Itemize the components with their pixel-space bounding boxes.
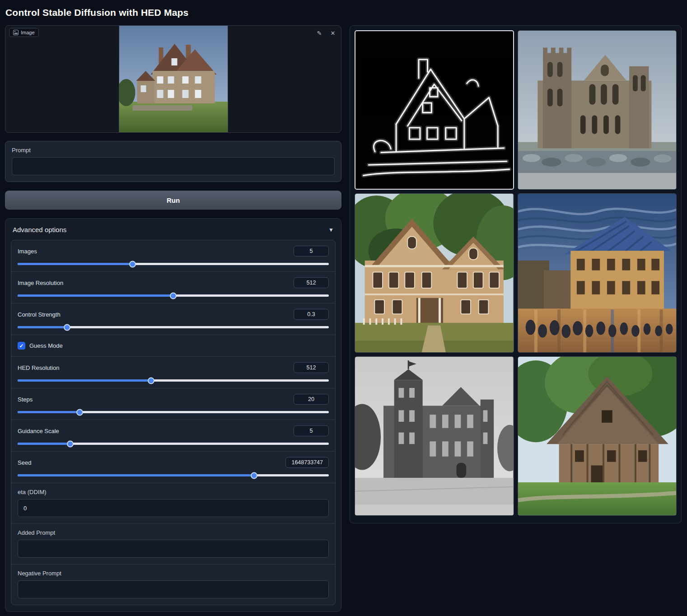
main-layout: Image ✎ ✕ bbox=[5, 25, 682, 612]
slider-image-resolution-value[interactable]: 512 bbox=[294, 277, 329, 288]
collapse-arrow-icon[interactable]: ▼ bbox=[328, 227, 334, 233]
image-icon bbox=[13, 30, 19, 35]
slider-hed-resolution-value[interactable]: 512 bbox=[294, 362, 329, 373]
slider-control-strength-label: Control Strength bbox=[18, 311, 61, 318]
slider-images-track[interactable] bbox=[18, 263, 329, 265]
slider-hed-resolution: HED Resolution 512 bbox=[11, 357, 335, 388]
slider-steps-label: Steps bbox=[18, 396, 33, 403]
gallery-item-stone-cathedral[interactable] bbox=[518, 30, 677, 190]
slider-steps-track[interactable] bbox=[18, 411, 329, 413]
slider-seed-track[interactable] bbox=[18, 474, 329, 476]
image-input[interactable]: Image ✎ ✕ bbox=[5, 25, 341, 133]
bw-gothic-building-image bbox=[355, 357, 514, 515]
slider-seed: Seed 1648733747 bbox=[11, 452, 335, 483]
run-button[interactable]: Run bbox=[5, 191, 341, 210]
ornate-wooden-house-image bbox=[355, 194, 514, 352]
gallery-grid bbox=[355, 30, 677, 516]
negative-prompt-row: Negative Prompt bbox=[11, 565, 335, 605]
advanced-options-panel: Advanced options ▼ Images 5 Image Resolu… bbox=[5, 218, 341, 612]
stone-cathedral-image bbox=[518, 31, 677, 189]
slider-hed-resolution-thumb[interactable] bbox=[148, 377, 154, 384]
slider-control-strength: Control Strength 0.3 bbox=[11, 303, 335, 335]
slider-seed-thumb[interactable] bbox=[251, 472, 257, 479]
slider-guidance-scale-thumb[interactable] bbox=[67, 440, 74, 447]
slider-image-resolution: Image Resolution 512 bbox=[11, 272, 335, 303]
slider-control-strength-value[interactable]: 0.3 bbox=[294, 309, 329, 320]
stylized-rain-painting-image bbox=[518, 194, 677, 352]
gallery-item-stylized-rain-painting[interactable] bbox=[518, 193, 677, 353]
slider-image-resolution-label: Image Resolution bbox=[18, 280, 63, 286]
gallery-item-bw-gothic-building[interactable] bbox=[355, 356, 514, 516]
guess-mode-checkbox[interactable]: ✓ bbox=[18, 342, 25, 350]
image-input-label: Image bbox=[21, 30, 35, 35]
slider-guidance-scale: Guidance Scale 5 bbox=[11, 420, 335, 452]
prompt-label: Prompt bbox=[12, 147, 335, 154]
slider-steps-value[interactable]: 20 bbox=[294, 394, 329, 405]
gallery-item-rustic-timber-house[interactable] bbox=[518, 356, 677, 516]
output-gallery bbox=[350, 25, 682, 523]
added-prompt-row: Added Prompt bbox=[11, 524, 335, 565]
slider-seed-label: Seed bbox=[18, 459, 31, 466]
slider-steps-thumb[interactable] bbox=[76, 409, 83, 415]
eta-input[interactable] bbox=[18, 499, 329, 517]
slider-steps: Steps 20 bbox=[11, 388, 335, 420]
advanced-options-form: Images 5 Image Resolution 512 bbox=[11, 240, 336, 605]
negative-prompt-input[interactable] bbox=[18, 580, 329, 598]
slider-image-resolution-track[interactable] bbox=[18, 294, 329, 297]
slider-control-strength-track[interactable] bbox=[18, 326, 329, 328]
uploaded-house-photo bbox=[119, 26, 228, 133]
slider-guidance-scale-label: Guidance Scale bbox=[18, 428, 59, 434]
added-prompt-label: Added Prompt bbox=[18, 529, 329, 536]
prompt-block: Prompt bbox=[5, 141, 341, 182]
slider-hed-resolution-track[interactable] bbox=[18, 379, 329, 382]
guess-mode-row: ✓ Guess Mode bbox=[11, 335, 335, 357]
controls-column: Image ✎ ✕ bbox=[5, 25, 341, 612]
image-actions: ✎ ✕ bbox=[315, 28, 337, 37]
slider-seed-value[interactable]: 1648733747 bbox=[285, 457, 329, 468]
eta-row: eta (DDIM) bbox=[11, 483, 335, 524]
rustic-timber-house-image bbox=[518, 357, 677, 515]
edit-image-icon[interactable]: ✎ bbox=[315, 28, 324, 37]
slider-hed-resolution-label: HED Resolution bbox=[18, 364, 60, 371]
slider-control-strength-thumb[interactable] bbox=[64, 324, 70, 331]
slider-images: Images 5 bbox=[11, 240, 335, 272]
eta-label: eta (DDIM) bbox=[18, 489, 329, 495]
advanced-options-label: Advanced options bbox=[13, 226, 66, 233]
clear-image-icon[interactable]: ✕ bbox=[328, 28, 337, 37]
check-icon: ✓ bbox=[19, 343, 23, 349]
guess-mode-label: Guess Mode bbox=[29, 342, 63, 349]
slider-guidance-scale-value[interactable]: 5 bbox=[294, 425, 329, 436]
slider-guidance-scale-track[interactable] bbox=[18, 443, 329, 445]
slider-image-resolution-thumb[interactable] bbox=[170, 292, 177, 299]
added-prompt-input[interactable] bbox=[18, 540, 329, 558]
image-input-tab: Image bbox=[9, 28, 39, 37]
prompt-input[interactable] bbox=[12, 157, 335, 175]
page-title: Control Stable Diffusion with HED Maps bbox=[5, 7, 682, 18]
gallery-item-ornate-wooden-house[interactable] bbox=[355, 193, 514, 353]
gallery-panel bbox=[350, 25, 682, 523]
gallery-item-hed-edge-map[interactable] bbox=[355, 30, 514, 190]
negative-prompt-label: Negative Prompt bbox=[18, 570, 329, 577]
advanced-options-header[interactable]: Advanced options ▼ bbox=[11, 224, 336, 234]
slider-images-label: Images bbox=[18, 248, 37, 255]
slider-images-thumb[interactable] bbox=[129, 261, 136, 267]
hed-edge-map-image bbox=[355, 31, 513, 189]
slider-images-value[interactable]: 5 bbox=[294, 246, 329, 257]
